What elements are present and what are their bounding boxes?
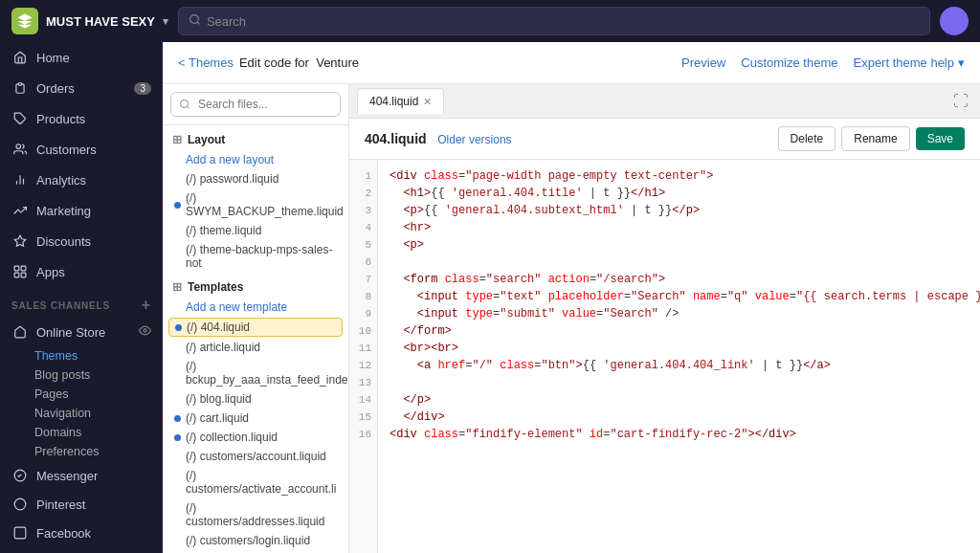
sidebar: Home Orders 3 Products Customers Analy [0,42,163,553]
ln-12: 12 [355,357,371,374]
delete-button[interactable]: Delete [778,126,836,151]
templates-section-label: Templates [188,280,243,294]
file-item-login[interactable]: (/) customers/login.liquid [163,531,348,550]
ln-1: 1 [355,167,371,185]
search-bar[interactable] [178,7,930,35]
file-dot-empty [174,228,181,234]
file-label: (/) customers/account.liquid [186,450,326,463]
sidebar-item-facebook[interactable]: Facebook [0,519,163,547]
sidebar-sub-navigation[interactable]: Navigation [0,404,163,423]
file-item-activate[interactable]: (/) customers/activate_account.li [163,466,348,498]
code-line-6 [390,254,969,271]
file-list: ⊞ Layout Add a new layout (/) password.l… [163,125,348,553]
sidebar-sub-blogposts[interactable]: Blog posts [0,365,163,385]
top-nav: MUST HAVE SEXY ▾ [0,0,980,42]
expert-dropdown[interactable]: Expert theme help ▾ [853,55,965,70]
facebook-label: Facebook [36,526,91,541]
file-item-theme-backup[interactable]: (/) theme-backup-mps-sales-not [163,240,348,273]
file-item-collection[interactable]: (/) collection.liquid [163,428,348,447]
eye-icon[interactable] [139,324,151,340]
orders-icon [11,79,29,97]
svg-rect-9 [14,273,19,277]
file-label: (/) blog.liquid [186,392,252,406]
sidebar-item-products[interactable]: Products [0,103,163,134]
ln-5: 5 [355,236,371,254]
file-item-customers-account[interactable]: (/) customers/account.liquid [163,447,348,466]
editor-wrap: ⊞ Layout Add a new layout (/) password.l… [163,84,980,553]
sidebar-item-analytics[interactable]: Analytics [0,165,163,195]
svg-rect-1 [18,83,22,85]
ln-6: 6 [355,254,371,271]
search-icon [189,13,201,29]
code-content[interactable]: 1 2 3 4 5 6 7 8 9 10 11 12 13 14 [349,160,980,553]
sidebar-item-orders[interactable]: Orders 3 [0,73,163,103]
main-layout: Home Orders 3 Products Customers Analy [0,42,980,553]
breadcrumb-current: Edit code for Venture [239,55,359,70]
tab-close-icon[interactable]: ✕ [423,96,432,108]
editor-file-header: 404.liquid Older versions Delete Rename … [349,119,980,160]
file-search-input[interactable] [170,92,341,117]
sidebar-products-label: Products [36,112,85,126]
code-editor: 404.liquid ✕ ⛶ 404.liquid Older versions… [349,84,980,553]
apps-icon [11,263,29,280]
sidebar-sub-preferences[interactable]: Preferences [0,442,163,461]
content-area: < Themes Edit code for Venture Preview C… [163,42,980,553]
search-input[interactable] [207,14,920,29]
code-line-3: <p>{{ 'general.404.subtext_html' | t }}<… [390,202,969,219]
online-store-row: Online Store [0,318,163,346]
code-line-16: <div class="findify-element" id="cart-fi… [390,426,969,443]
sidebar-item-pinterest[interactable]: Pinterest [0,490,163,519]
save-button[interactable]: Save [916,127,965,150]
older-versions-link[interactable]: Older versions [437,133,511,146]
sidebar-sub-domains[interactable]: Domains [0,423,163,442]
rename-button[interactable]: Rename [841,126,909,151]
online-store-icon [11,323,29,341]
expand-icon[interactable]: ⛶ [949,89,972,114]
sidebar-sub-themes[interactable]: Themes [0,346,163,365]
file-item-swym[interactable]: (/) SWYM_BACKUP_theme.liquid [163,188,348,221]
add-channel-icon[interactable]: + [142,297,151,314]
file-item-theme[interactable]: (/) theme.liquid [163,221,348,240]
tab-label: 404.liquid [369,95,418,108]
sidebar-view-all-channels[interactable]: ··· View all channels [0,547,163,553]
code-lines[interactable]: <div class="page-width page-empty text-c… [378,160,980,553]
online-store-left[interactable]: Online Store [11,323,105,341]
breadcrumb-right: Preview Customize theme Expert theme hel… [681,55,965,70]
file-item-password[interactable]: (/) password.liquid [163,169,348,188]
line-numbers: 1 2 3 4 5 6 7 8 9 10 11 12 13 14 [349,160,378,553]
facebook-icon [11,524,29,542]
preview-link[interactable]: Preview [681,55,725,70]
sidebar-item-messenger[interactable]: Messenger [0,461,163,490]
brand-icon [11,8,38,34]
pinterest-label: Pinterest [36,498,85,512]
sidebar-sub-pages[interactable]: Pages [0,385,163,404]
sidebar-item-customers[interactable]: Customers [0,134,163,165]
file-item-404-active[interactable]: (/) 404.liquid [168,318,343,337]
sidebar-home-label: Home [36,51,70,65]
messenger-label: Messenger [36,469,98,483]
sidebar-orders-label: Orders [36,81,75,96]
add-new-template-link[interactable]: Add a new template [163,298,348,317]
file-item-blog[interactable]: (/) blog.liquid [163,389,348,409]
file-label: (/) bckup_by_aaa_insta_feed_inde [186,360,347,387]
editor-tab-404[interactable]: 404.liquid ✕ [357,88,444,114]
code-line-15: </div> [390,409,969,426]
file-label: (/) theme.liquid [186,224,261,237]
sidebar-item-apps[interactable]: Apps [0,256,163,287]
sidebar-customers-label: Customers [36,143,97,157]
sidebar-item-discounts[interactable]: Discounts [0,226,163,256]
file-item-addresses[interactable]: (/) customers/addresses.liquid [163,498,348,531]
file-item-bckup[interactable]: (/) bckup_by_aaa_insta_feed_inde [163,357,348,389]
sidebar-item-home[interactable]: Home [0,42,163,73]
breadcrumb-themes-link[interactable]: < Themes [178,55,234,70]
sidebar-item-marketing[interactable]: Marketing [0,195,163,226]
add-new-layout-link[interactable]: Add a new layout [163,150,348,169]
customize-link[interactable]: Customize theme [741,55,837,70]
file-dot-empty [174,370,181,377]
file-item-article[interactable]: (/) article.liquid [163,338,348,357]
file-item-cart[interactable]: (/) cart.liquid [163,409,348,428]
code-line-14: </p> [390,391,969,409]
customers-icon [11,141,29,158]
pinterest-icon [11,496,29,513]
brand[interactable]: MUST HAVE SEXY ▾ [11,8,168,34]
